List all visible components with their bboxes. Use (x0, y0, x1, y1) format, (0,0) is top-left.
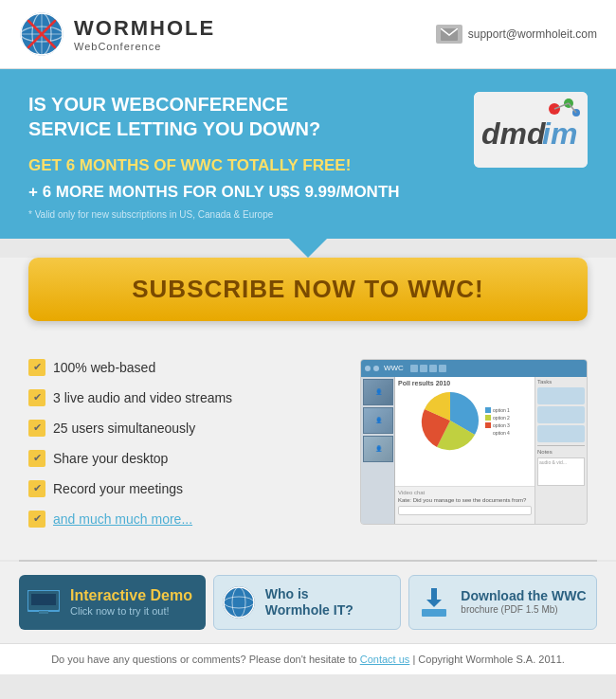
logo-text: WORMHOLE WebConference (74, 16, 215, 52)
logo-title: WORMHOLE (74, 16, 215, 41)
wormhole-icon (222, 585, 256, 619)
download-text: Download the WWC brochure (PDF 1.5 Mb) (461, 588, 586, 616)
feature-text: Share your desktop (53, 451, 168, 466)
who-text: Who is Wormhole IT? (265, 586, 353, 618)
demo-main: Interactive Demo (70, 586, 192, 604)
feature-text: 25 users simultaneously (53, 421, 195, 436)
download-sub: brochure (PDF 1.5 Mb) (461, 604, 586, 616)
check-icon: ✔ (28, 359, 45, 376)
demo-text: Interactive Demo Click now to try it out… (70, 586, 192, 617)
hero-disclaimer: * Valid only for new subscriptions in US… (28, 209, 474, 220)
hero-arrow (289, 239, 327, 258)
email-icon (436, 25, 462, 44)
features-section: ✔ 100% web-based ✔ 3 live audio and vide… (0, 340, 616, 560)
ss-sidebar-title2: Notes (537, 449, 585, 455)
check-icon: ✔ (28, 480, 45, 497)
header-email-area: support@wormholeit.com (436, 25, 597, 44)
footer-text2: | Copyright Wormhole S.A. 2011. (412, 654, 564, 665)
subscribe-section: SUBSCRIBE NOW TO WWC! (0, 258, 616, 340)
svg-text:im: im (542, 116, 577, 151)
ss-sidebar-user (537, 387, 585, 404)
hero-question: IS YOUR WEBCONFERENCE SERVICE LETTING YO… (28, 92, 474, 141)
footer: Do you have any questions or comments? P… (0, 643, 616, 674)
ss-sidebar-user (537, 425, 585, 442)
demo-button[interactable]: Interactive Demo Click now to try it out… (19, 575, 206, 630)
ss-sidebar-title: Tasks (537, 379, 585, 385)
check-icon: ✔ (28, 511, 45, 528)
app-screenshot: WWC 👤 👤 (360, 359, 588, 525)
hero-offer: GET 6 MONTHS OF WWC TOTALLY FREE! + 6 MO… (28, 154, 474, 204)
subscribe-button[interactable]: SUBSCRIBE NOW TO WWC! (28, 258, 588, 321)
svg-rect-29 (431, 588, 437, 601)
list-item: ✔ Share your desktop (28, 450, 341, 467)
who-main2: Wormhole IT? (265, 602, 353, 618)
check-icon: ✔ (28, 420, 45, 437)
svg-text:dmd: dmd (481, 116, 547, 151)
ss-sidebar-user (537, 406, 585, 423)
list-item: ✔ 3 live audio and video streams (28, 389, 341, 406)
hero-banner: IS YOUR WEBCONFERENCE SERVICE LETTING YO… (0, 69, 616, 239)
who-is-button[interactable]: Who is Wormhole IT? (213, 575, 402, 630)
dmdim-logo: dmd im (474, 92, 588, 168)
list-item: ✔ and much much more... (28, 511, 341, 528)
who-main: Who is (265, 586, 353, 602)
more-link[interactable]: and much much more... (53, 511, 192, 527)
download-main: Download the WWC (461, 588, 586, 604)
check-icon: ✔ (28, 450, 45, 467)
screenshot-area: WWC 👤 👤 (360, 359, 588, 541)
feature-text: 100% web-based (53, 360, 155, 375)
list-item: ✔ 100% web-based (28, 359, 341, 376)
svg-rect-27 (422, 609, 446, 617)
demo-sub: Click now to try it out! (70, 605, 192, 618)
logo-subtitle: WebConference (74, 41, 215, 52)
feature-text: 3 live audio and video streams (53, 390, 232, 405)
feature-text: Record your meetings (53, 481, 183, 496)
list-item: ✔ 25 users simultaneously (28, 420, 341, 437)
cta-section: Interactive Demo Click now to try it out… (0, 562, 616, 643)
check-icon: ✔ (28, 389, 45, 406)
support-email: support@wormholeit.com (468, 27, 597, 41)
demo-icon (27, 585, 61, 619)
logo-area: WORMHOLE WebConference (19, 11, 215, 57)
titlebar-text: WWC (384, 364, 404, 372)
titlebar-dot (373, 366, 379, 371)
download-button[interactable]: Download the WWC brochure (PDF 1.5 Mb) (408, 575, 597, 630)
download-icon (417, 585, 451, 619)
footer-text1: Do you have any questions or comments? P… (51, 654, 360, 665)
svg-rect-22 (39, 611, 48, 614)
header: WORMHOLE WebConference support@wormholei… (0, 0, 616, 69)
list-item: ✔ Record your meetings (28, 480, 341, 497)
globe-icon (19, 11, 64, 57)
hero-text: IS YOUR WEBCONFERENCE SERVICE LETTING YO… (28, 92, 474, 220)
titlebar-dot (365, 366, 371, 371)
svg-rect-20 (31, 594, 56, 605)
features-list: ✔ 100% web-based ✔ 3 live audio and vide… (28, 359, 341, 541)
footer-contact-link[interactable]: Contact us (360, 654, 410, 665)
